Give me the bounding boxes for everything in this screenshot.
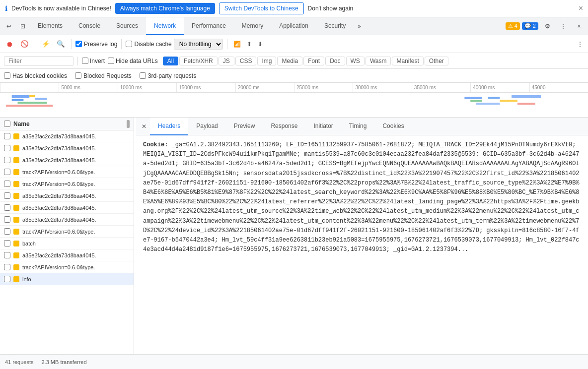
resize-handle[interactable] xyxy=(127,120,130,128)
has-blocked-cookies-input[interactable] xyxy=(4,72,10,79)
preserve-log-checkbox[interactable]: Preserve log xyxy=(75,41,117,48)
third-party-checkbox[interactable]: 3rd-party requests xyxy=(140,72,196,79)
dock-icon[interactable]: ⊡ xyxy=(16,19,30,33)
detail-tab-timing[interactable]: Timing xyxy=(341,118,375,135)
request-checkbox[interactable] xyxy=(4,228,10,235)
third-party-input[interactable] xyxy=(140,72,146,79)
request-item[interactable]: track?APIVersion=0.6.0&type. xyxy=(0,166,134,178)
filter-input[interactable] xyxy=(4,56,74,66)
hide-urls-input[interactable] xyxy=(108,58,114,64)
more-network-icon[interactable]: ⋮ xyxy=(575,40,585,49)
request-checkbox[interactable] xyxy=(4,252,10,258)
request-item[interactable]: a35e3fac2c2dfa73d8baa4045. xyxy=(0,130,134,142)
match-language-button[interactable]: Always match Chrome's language xyxy=(115,3,215,14)
request-type-icon xyxy=(13,252,19,258)
invert-checkbox[interactable]: Invert xyxy=(82,58,105,64)
search-icon[interactable]: 🔍 xyxy=(54,38,67,51)
tab-security[interactable]: Security xyxy=(316,17,354,35)
request-item[interactable]: batch xyxy=(0,238,134,249)
type-btn-wasm[interactable]: Wasm xyxy=(366,57,391,65)
close-devtools-icon[interactable]: × xyxy=(572,19,586,33)
request-checkbox[interactable] xyxy=(4,133,10,139)
download-icon[interactable]: ⬇ xyxy=(256,40,265,49)
has-blocked-cookies-checkbox[interactable]: Has blocked cookies xyxy=(4,72,67,79)
settings-icon[interactable]: ⚙ xyxy=(540,19,554,33)
type-btn-all[interactable]: All xyxy=(163,57,178,65)
type-btn-css[interactable]: CSS xyxy=(235,57,257,65)
tab-memory[interactable]: Memory xyxy=(234,17,271,35)
request-item[interactable]: info xyxy=(0,273,134,285)
preserve-log-input[interactable] xyxy=(75,41,82,47)
type-btn-img[interactable]: Img xyxy=(257,57,276,65)
type-btn-manifest[interactable]: Manifest xyxy=(392,57,423,65)
detail-tab-response[interactable]: Response xyxy=(263,118,305,135)
tab-console[interactable]: Console xyxy=(71,17,108,35)
type-btn-js[interactable]: JS xyxy=(219,57,234,65)
tab-more-icon[interactable]: » xyxy=(354,23,365,30)
request-checkbox[interactable] xyxy=(4,192,10,199)
filter-icon[interactable]: ⚡ xyxy=(39,38,52,51)
request-checkbox[interactable] xyxy=(4,181,10,187)
detail-tab-headers[interactable]: Headers xyxy=(150,118,188,135)
tab-elements[interactable]: Elements xyxy=(30,17,71,35)
type-btn-doc[interactable]: Doc xyxy=(325,57,345,65)
request-checkbox[interactable] xyxy=(4,169,10,175)
tab-network[interactable]: Network xyxy=(146,17,184,35)
request-item[interactable]: a35e3fac2c2dfa73d8baa4045. xyxy=(0,154,134,166)
svg-rect-11 xyxy=(512,95,541,98)
tab-application[interactable]: Application xyxy=(271,17,316,35)
tab-sources[interactable]: Sources xyxy=(108,17,146,35)
request-item[interactable]: track?APIVersion=0.6.0&type. xyxy=(0,226,134,238)
request-item[interactable]: a35e3fac2c2dfa73d8baa4045. xyxy=(0,249,134,261)
back-icon[interactable]: ↩ xyxy=(2,19,16,33)
request-item[interactable]: track?APIVersion=0.6.0&type. xyxy=(0,178,134,190)
record-button[interactable]: ⏺ xyxy=(3,38,16,51)
clear-button[interactable]: 🚫 xyxy=(18,38,31,51)
type-btn-ws[interactable]: WS xyxy=(346,57,365,65)
type-btn-font[interactable]: Font xyxy=(303,57,324,65)
blocked-requests-input[interactable] xyxy=(75,72,81,79)
wifi-icon[interactable]: 📶 xyxy=(231,40,243,49)
upload-icon[interactable]: ⬆ xyxy=(245,40,254,49)
requests-count: 41 requests xyxy=(5,359,33,365)
request-item[interactable]: a35e3fac2c2dfa73d8baa4045. xyxy=(0,202,134,214)
blocked-requests-checkbox[interactable]: Blocked Requests xyxy=(75,72,132,79)
detail-tab-preview[interactable]: Preview xyxy=(226,118,263,135)
details-close-icon[interactable]: ✕ xyxy=(138,121,150,132)
dont-show-link[interactable]: Don't show again xyxy=(308,5,354,12)
detail-tab-initiator[interactable]: Initiator xyxy=(305,118,341,135)
request-checkbox[interactable] xyxy=(4,216,10,223)
detail-tab-payload[interactable]: Payload xyxy=(188,118,225,135)
disable-cache-input[interactable] xyxy=(126,41,132,47)
request-checkbox[interactable] xyxy=(4,276,10,282)
type-btn-other[interactable]: Other xyxy=(425,57,448,65)
info-text: DevTools is now available in Chinese! xyxy=(11,5,111,12)
request-checkbox[interactable] xyxy=(4,264,10,270)
select-all-checkbox[interactable] xyxy=(4,121,10,127)
throttle-select[interactable]: No throttling xyxy=(174,39,223,50)
request-checkbox[interactable] xyxy=(4,145,10,151)
switch-chinese-button[interactable]: Switch DevTools to Chinese xyxy=(219,2,304,14)
request-checkbox[interactable] xyxy=(4,157,10,163)
tab-performance[interactable]: Performance xyxy=(184,17,234,35)
request-item[interactable]: a35e3fac2c2dfa73d8baa4045. xyxy=(0,214,134,226)
request-item[interactable]: a35e3fac2c2dfa73d8baa4045. xyxy=(0,190,134,202)
hide-urls-checkbox[interactable]: Hide data URLs xyxy=(108,58,158,64)
info-bar-close-icon[interactable]: × xyxy=(579,4,583,13)
request-item[interactable]: a35e3fac2c2dfa73d8baa4045. xyxy=(0,142,134,154)
type-btn-media[interactable]: Media xyxy=(277,57,302,65)
request-checkbox[interactable] xyxy=(4,204,10,211)
svg-rect-4 xyxy=(35,98,47,100)
invert-input[interactable] xyxy=(82,58,88,64)
more-options-icon[interactable]: ⋮ xyxy=(556,19,570,33)
info-bar: ℹ DevTools is now available in Chinese! … xyxy=(0,0,588,17)
request-name: track?APIVersion=0.6.0&type. xyxy=(22,264,130,270)
disable-cache-checkbox[interactable]: Disable cache xyxy=(126,41,171,48)
request-checkbox[interactable] xyxy=(4,240,10,246)
timeline-canvas[interactable] xyxy=(0,93,588,118)
details-tabs: ✕ Headers Payload Preview Response Initi… xyxy=(136,118,588,135)
type-btn-fetch[interactable]: Fetch/XHR xyxy=(179,57,218,65)
detail-tab-cookies[interactable]: Cookies xyxy=(374,118,412,135)
request-name: a35e3fac2c2dfa73d8baa4045. xyxy=(22,133,130,139)
request-item[interactable]: track?APIVersion=0.6.0&type. xyxy=(0,261,134,273)
